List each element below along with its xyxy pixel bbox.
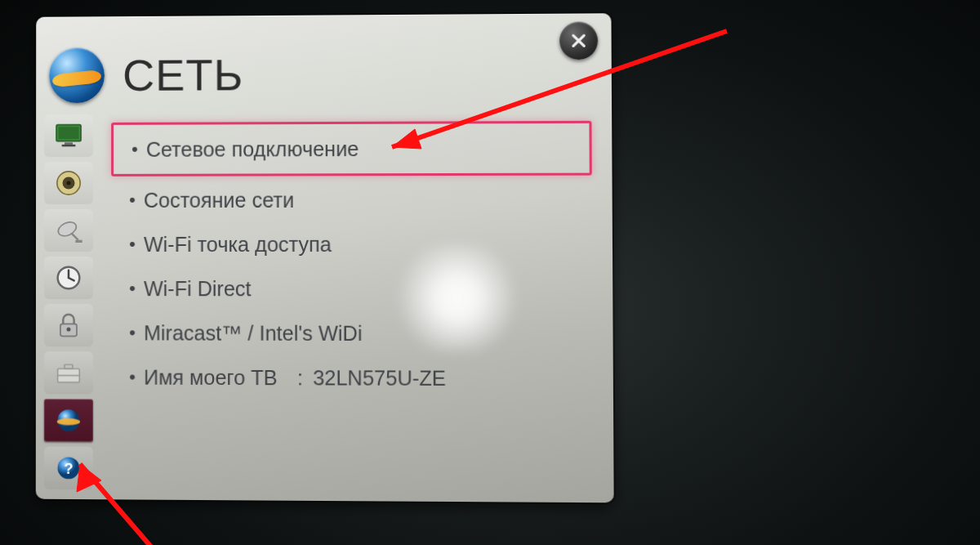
menu-item-label: Wi-Fi точка доступа xyxy=(144,232,332,256)
menu-item-label: Состояние сети xyxy=(144,188,294,212)
svg-line-8 xyxy=(71,233,78,239)
briefcase-icon xyxy=(52,356,85,389)
svg-text:?: ? xyxy=(64,459,73,476)
titlebar: СЕТЬ xyxy=(49,47,243,103)
globe-icon xyxy=(49,47,105,103)
monitor-icon xyxy=(52,119,85,152)
sidebar-item-options[interactable] xyxy=(44,351,93,394)
svg-rect-1 xyxy=(59,127,79,139)
svg-point-6 xyxy=(67,181,71,185)
sidebar-item-time[interactable] xyxy=(44,257,93,299)
menu-item-network-status[interactable]: • Состояние сети xyxy=(111,179,592,221)
svg-rect-9 xyxy=(75,240,82,243)
menu-item-label: Имя моего ТВ xyxy=(144,365,278,390)
help-icon: ? xyxy=(52,452,85,485)
menu-item-value: 32LN575U-ZE xyxy=(313,366,446,391)
menu-item-miracast[interactable]: • Miracast™ / Intel's WiDi xyxy=(111,312,593,355)
menu-item-wifi-hotspot[interactable]: • Wi-Fi точка доступа xyxy=(111,223,592,265)
menu-item-tv-name[interactable]: • Имя моего ТВ : 32LN575U-ZE xyxy=(111,356,593,399)
menu-item-label: Miracast™ / Intel's WiDi xyxy=(144,321,363,346)
menu-item-wifi-direct[interactable]: • Wi-Fi Direct xyxy=(111,268,593,310)
globe-icon xyxy=(52,404,85,436)
lock-icon xyxy=(52,309,85,342)
satellite-icon xyxy=(52,214,85,247)
category-sidebar: ? xyxy=(44,114,95,489)
settings-window: СЕТЬ xyxy=(36,13,614,503)
svg-rect-2 xyxy=(65,142,73,145)
network-menu: • Сетевое подключение • Состояние сети •… xyxy=(111,121,594,486)
page-title: СЕТЬ xyxy=(122,49,243,101)
sidebar-item-lock[interactable] xyxy=(44,304,93,346)
sidebar-item-sound[interactable] xyxy=(44,162,93,204)
menu-item-network-connection[interactable]: • Сетевое подключение xyxy=(111,121,592,176)
sidebar-item-support[interactable]: ? xyxy=(44,446,93,489)
speaker-icon xyxy=(52,167,85,199)
sidebar-item-picture[interactable] xyxy=(44,114,93,157)
svg-rect-16 xyxy=(65,364,73,369)
menu-item-label: Сетевое подключение xyxy=(146,136,359,161)
svg-point-14 xyxy=(66,328,70,332)
menu-item-label: Wi-Fi Direct xyxy=(144,277,252,301)
svg-rect-3 xyxy=(62,145,76,147)
close-icon xyxy=(569,32,588,50)
sidebar-item-network[interactable] xyxy=(44,399,93,441)
clock-icon xyxy=(52,261,85,294)
close-button[interactable] xyxy=(559,21,598,60)
sidebar-item-channel[interactable] xyxy=(44,209,93,252)
